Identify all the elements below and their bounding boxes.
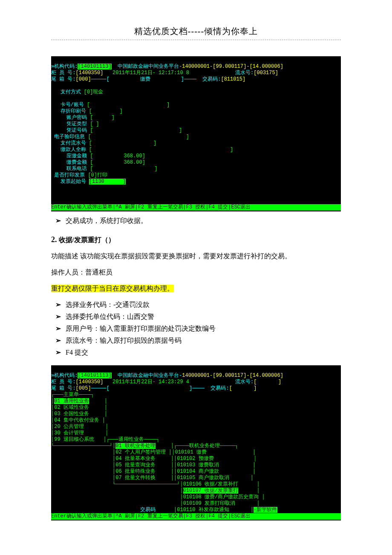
- bullet-row: ➢选择业务代码：-交通罚没款: [55, 299, 341, 311]
- post-t1-bullets: ➢ 交易成功，系统打印收据。: [55, 215, 341, 227]
- einfo-label: 电子验印信息: [54, 134, 85, 140]
- section-2-heading: 2. 收据/发票重打（）: [51, 234, 341, 246]
- mainmenu-border: ┌───: [51, 392, 63, 398]
- t1-mid: 中国邮政金融中间业务平台-: [112, 64, 182, 69]
- t1-title: —————[ 缴费 ]———— 交易码:: [91, 76, 221, 82]
- mainmenu-item: 30 会计管理: [54, 430, 84, 436]
- submenu2-item: 010108 缴费/商户缴款历史查询: [183, 494, 259, 500]
- submenu2-title: 联机业务处理: [189, 443, 220, 449]
- t1-flow: [003175]: [254, 70, 278, 76]
- t1-date: 2011年11月21日- 12:17:10 8: [103, 70, 189, 76]
- payflow-label: 支付流水号: [61, 140, 86, 146]
- t2-teller-label: 柜 员 号:: [51, 379, 76, 385]
- print-val: [0]打印: [88, 172, 107, 178]
- mainmenu-item: 04 集中代收付业务: [54, 417, 99, 423]
- t1-org-label: »机构代码:: [51, 64, 78, 69]
- t2-flow-label: 流水号:: [189, 379, 254, 385]
- mainmenu-item: 03 全国性业务: [54, 411, 89, 417]
- card-val: [ ]: [87, 102, 170, 108]
- t2-right: 140000001-[99.000117]-[14.000006]: [182, 373, 283, 379]
- bullet-row: ➢原流水号：输入原打印损毁的票据号码: [55, 335, 341, 347]
- mainmenu-item-selected: 01 通用性业务: [54, 398, 89, 404]
- due-val: [ 368.00]: [90, 153, 145, 159]
- section2-desc1: 功能描述 该功能实现在票据损毁需要更换票据时，需要对发票进行补打的交易。: [51, 250, 341, 262]
- print-label: 是否打印发票: [54, 172, 85, 178]
- t1-flow-label: 流水号:: [189, 70, 254, 76]
- pay-label: 支付方式: [61, 89, 81, 95]
- section2-highlight: 重打交易仅限于当日在原交易机构办理。: [51, 285, 174, 292]
- bullet-row: ➢选择委托单位代码：山西交警: [55, 311, 341, 323]
- t1-right: 140000001-[99.000117]-[14.000006]: [182, 64, 283, 69]
- invstart-val: [1130 ]: [89, 179, 126, 185]
- t1-box: [000]: [76, 76, 91, 82]
- bullet-text: 选择业务代码：-交通罚没款: [66, 299, 150, 311]
- section2-highlight-row: 重打交易仅限于当日在原交易机构办理。: [51, 283, 341, 295]
- pay-val: [0]现金: [84, 89, 104, 95]
- bullet-arrow-icon: ➢: [55, 311, 66, 323]
- bullet-text: 原流水号：输入原打印损毁的票据号码: [66, 335, 182, 347]
- bullet-arrow-icon: ➢: [55, 347, 66, 358]
- bullet-text: 交易成功，系统打印收据。: [66, 215, 147, 227]
- page-header: 精选优质文档-----倾情为你奉上: [51, 26, 341, 43]
- brand-label: -新宇软件: [254, 507, 277, 513]
- terminal-screenshot-1: »机构代码:[140101113] 中国邮政金融中间业务平台-140000001…: [51, 56, 341, 211]
- passbook-label: 存折印刷号: [61, 108, 86, 114]
- submenu2-item: 010109 发票打印取消: [183, 500, 235, 506]
- submenu2-item-selected: 010107 收据/发票重打: [183, 488, 239, 494]
- trans-code-label: 交易码: [140, 507, 159, 513]
- submenu-item: 02 个人用户签约管理: [115, 449, 166, 455]
- submenu2-item: 010104 商户缴款: [177, 468, 219, 474]
- t1-org-code: [140101113]: [78, 64, 111, 69]
- paid-val: [ 368.00]: [90, 159, 145, 165]
- submenu-item: 04 批量基本业务: [115, 456, 156, 462]
- t1-status-bar: Enter确认输入或弹出菜单|^A 刷屏|F2 重复上一笔交易|F3 授权|F4…: [51, 204, 341, 211]
- t2-teller: [1400350]: [76, 379, 104, 385]
- mainmenu-item: 99 退回核心系统: [54, 436, 94, 442]
- payer-val: [ ]: [89, 147, 233, 153]
- t2-org-label: »机构代码:: [51, 373, 78, 379]
- t2-date: 2011年11月22日- 14:23:29 4: [103, 379, 189, 385]
- bullet-arrow-icon: ➢: [55, 335, 66, 347]
- submenu-item: 06 批量特殊业务: [115, 468, 156, 474]
- paid-label: 缴费金额: [66, 159, 87, 165]
- vnum-label: 凭证号码: [66, 127, 87, 133]
- t2-title: —————[ ]———— 交易码:: [91, 385, 229, 391]
- vtype-val: [ ]: [90, 121, 99, 127]
- submenu2-item: 010103 缴费取消: [177, 462, 219, 468]
- passbook-val: [ ]: [89, 108, 123, 114]
- mainmenu-border: ────┐: [79, 392, 94, 398]
- t2-org-code: [140101113]: [78, 373, 111, 379]
- header-title: 精选优质文档-----倾情为你奉上: [134, 26, 258, 36]
- payer-label: 缴款人全称: [61, 147, 86, 153]
- t2-trans: [ ]: [229, 385, 257, 391]
- vtype-label: 凭证类型: [66, 121, 87, 127]
- payflow-val: [ ]: [89, 140, 156, 146]
- submenu-item: 07 批量文件转换: [115, 475, 156, 481]
- submenu2-item: 010102 预缴费: [177, 456, 213, 462]
- t1-trans: [811015]: [221, 76, 245, 82]
- vnum-val: [ ]: [90, 127, 182, 133]
- section2-desc2: 操作人员：普通柜员: [51, 266, 341, 278]
- tel-val: [ ]: [90, 166, 157, 172]
- tel-label: 联系电话: [66, 166, 87, 172]
- t1-teller-label: 柜 员 号:: [51, 70, 76, 76]
- bullet-row: ➢原用户号：输入需重新打印票据的处罚决定数编号: [55, 323, 341, 335]
- submenu-item: 05 批量查询业务: [115, 462, 156, 468]
- mainmenu-item: 20 公共管理: [54, 424, 84, 430]
- bullet-text: 选择委托单位代码：山西交警: [66, 311, 154, 323]
- bullet-arrow-icon: ➢: [55, 215, 66, 227]
- t2-box: [005]: [76, 385, 91, 391]
- submenu2-item: 010106 收据/发票补打: [183, 481, 239, 487]
- bullet-row: ➢ 交易成功，系统打印收据。: [55, 215, 341, 227]
- t2-mid: 中国邮政金融中间业务平台-: [112, 373, 182, 379]
- bullet-row: ➢F4 提交: [55, 347, 341, 358]
- submenu2-item: 010105 商户缴款取消: [177, 475, 229, 481]
- submenu2-item: 010101 缴费: [175, 449, 206, 455]
- pwd-val: [ ]: [90, 115, 115, 121]
- t2-status-bar: Enter确认输入或弹出菜单|^A 刷屏|F2 重复上一笔交易|F3 授权|F4…: [51, 513, 341, 520]
- submenu2-item: 010110 补发存款通知: [177, 507, 229, 513]
- section-title: 收据/发票重打（）: [59, 236, 115, 243]
- section-number: 2.: [51, 235, 57, 244]
- bullet-arrow-icon: ➢: [55, 299, 66, 311]
- t2-flow: [ ]: [254, 379, 281, 385]
